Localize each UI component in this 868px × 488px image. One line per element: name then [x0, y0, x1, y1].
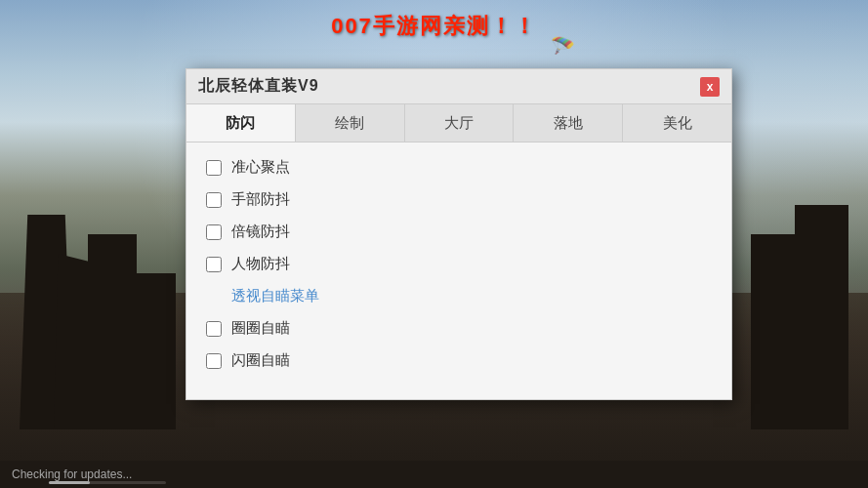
dialog-title: 北辰轻体直装V9 [198, 76, 319, 97]
tab-大厅[interactable]: 大厅 [405, 104, 515, 142]
checkbox-input-人物防抖[interactable] [206, 257, 222, 272]
status-text: Checking for updates... [12, 468, 132, 481]
tab-bar: 防闪 绘制 大厅 落地 美化 [186, 104, 731, 142]
checkbox-手部防抖[interactable]: 手部防抖 [206, 190, 712, 209]
checkbox-input-闪圈自瞄[interactable] [206, 353, 222, 369]
checkbox-input-手部防抖[interactable] [206, 192, 222, 208]
figure-6 [795, 205, 848, 429]
progress-bar-fill [49, 481, 90, 484]
menu-link-透视自瞄[interactable]: 透视自瞄菜单 [206, 287, 712, 305]
tab-绘制[interactable]: 绘制 [296, 104, 405, 142]
tab-落地[interactable]: 落地 [514, 104, 623, 142]
checkbox-人物防抖[interactable]: 人物防抖 [206, 255, 712, 273]
tab-美化[interactable]: 美化 [623, 104, 731, 142]
checkbox-准心聚点[interactable]: 准心聚点 [206, 158, 712, 177]
checkbox-input-准心聚点[interactable] [206, 160, 222, 176]
close-button[interactable]: x [700, 77, 720, 97]
figure-3 [88, 234, 137, 429]
dialog-content: 准心聚点 手部防抖 倍镜防抖 人物防抖 透视自瞄菜单 圈圈自瞄 闪圈自瞄 [186, 142, 731, 399]
checkbox-input-倍镜防抖[interactable] [206, 224, 222, 240]
figure-4 [137, 273, 176, 429]
checkbox-倍镜防抖[interactable]: 倍镜防抖 [206, 223, 712, 241]
status-bar: Checking for updates... [0, 461, 868, 488]
tab-防闪[interactable]: 防闪 [186, 104, 296, 142]
checkbox-闪圈自瞄[interactable]: 闪圈自瞄 [206, 351, 712, 370]
dialog-titlebar: 北辰轻体直装V9 x [186, 69, 731, 104]
top-banner: 007手游网亲测！！ [0, 12, 868, 41]
figure-5 [751, 234, 800, 429]
checkbox-圈圈自瞄[interactable]: 圈圈自瞄 [206, 319, 712, 338]
progress-bar-track [49, 481, 166, 484]
dialog-window: 北辰轻体直装V9 x 防闪 绘制 大厅 落地 美化 准心聚点 手部防抖 [186, 68, 732, 400]
checkbox-input-圈圈自瞄[interactable] [206, 321, 222, 337]
